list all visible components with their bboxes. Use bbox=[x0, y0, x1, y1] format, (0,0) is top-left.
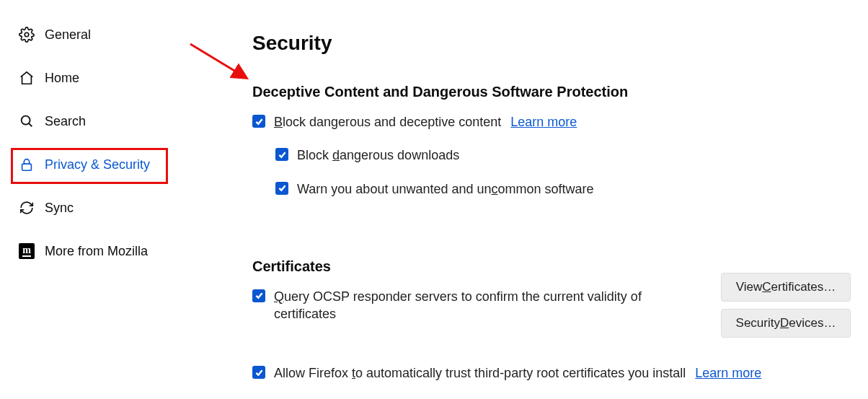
sync-icon bbox=[19, 200, 35, 216]
checkbox-block-content[interactable] bbox=[252, 115, 265, 128]
checkbox-label: Query OCSP responder servers to confirm … bbox=[274, 288, 656, 323]
settings-sidebar: General Home Search bbox=[0, 0, 187, 399]
settings-main: Security Deceptive Content and Dangerous… bbox=[187, 0, 868, 399]
lock-icon bbox=[19, 157, 35, 172]
sidebar-item-general[interactable]: General bbox=[13, 17, 187, 52]
sidebar-item-label: More from Mozilla bbox=[45, 244, 148, 259]
learn-more-link[interactable]: Learn more bbox=[695, 366, 761, 380]
home-icon bbox=[19, 70, 35, 86]
sidebar-item-label: Search bbox=[45, 114, 86, 129]
svg-point-0 bbox=[25, 32, 29, 37]
sidebar-item-label: Home bbox=[45, 71, 79, 86]
search-icon bbox=[19, 113, 35, 129]
checkbox-row-block-content: Block dangerous and deceptive content Le… bbox=[252, 113, 854, 131]
cert-buttons: View Certificates… Security Devices… bbox=[721, 273, 851, 338]
checkbox-warn-uncommon[interactable] bbox=[275, 182, 288, 195]
svg-rect-3 bbox=[22, 164, 32, 170]
sidebar-item-search[interactable]: Search bbox=[13, 104, 187, 139]
checkbox-label: Allow Firefox to automatically trust thi… bbox=[274, 364, 854, 382]
checkbox-row-auto-trust: Allow Firefox to automatically trust thi… bbox=[252, 364, 854, 382]
checkbox-auto-trust[interactable] bbox=[252, 366, 265, 379]
mozilla-icon: m bbox=[19, 243, 35, 259]
subsection-deceptive-content: Deceptive Content and Dangerous Software… bbox=[252, 84, 854, 100]
sidebar-item-more-from-mozilla[interactable]: m More from Mozilla bbox=[13, 234, 187, 268]
checkbox-block-downloads[interactable] bbox=[275, 148, 288, 161]
sidebar-item-label: Privacy & Security bbox=[45, 157, 150, 172]
svg-line-2 bbox=[29, 123, 32, 126]
sidebar-item-home[interactable]: Home bbox=[13, 61, 187, 95]
checkbox-label: Block dangerous and deceptive content Le… bbox=[274, 113, 854, 131]
checkbox-row-ocsp: Query OCSP responder servers to confirm … bbox=[252, 288, 656, 323]
view-certificates-button[interactable]: View Certificates… bbox=[721, 273, 851, 302]
learn-more-link[interactable]: Learn more bbox=[510, 115, 577, 129]
checkbox-ocsp[interactable] bbox=[252, 289, 265, 302]
security-devices-button[interactable]: Security Devices… bbox=[721, 309, 851, 338]
sidebar-item-label: General bbox=[45, 27, 91, 43]
checkbox-label: Block dangerous downloads bbox=[297, 146, 854, 164]
checkbox-row-block-downloads: Block dangerous downloads bbox=[252, 146, 854, 164]
sidebar-item-privacy-security[interactable]: Privacy & Security bbox=[13, 147, 187, 182]
checkbox-row-warn-uncommon: Warn you about unwanted and uncommon sof… bbox=[252, 180, 854, 198]
svg-point-1 bbox=[22, 116, 30, 125]
checkbox-label: Warn you about unwanted and uncommon sof… bbox=[297, 180, 854, 198]
sidebar-item-label: Sync bbox=[45, 201, 74, 216]
gear-icon bbox=[19, 27, 35, 43]
section-title-security: Security bbox=[252, 32, 854, 55]
sidebar-item-sync[interactable]: Sync bbox=[13, 190, 187, 225]
